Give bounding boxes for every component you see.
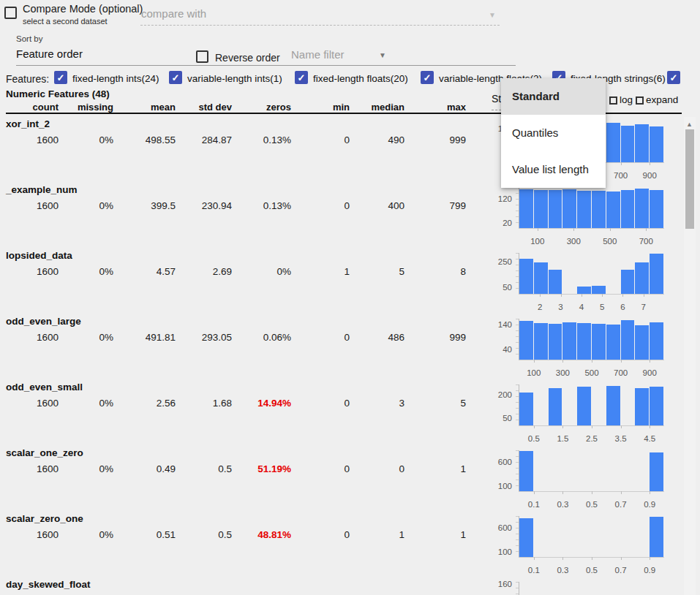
histogram-bar [650, 322, 663, 360]
histogram: 25050234567 [0, 247, 700, 313]
x-axis-tick [561, 294, 562, 297]
y-axis-minor-tick [516, 384, 519, 385]
section-title: Numeric Features (48) [6, 88, 110, 99]
checkbox-check-icon: ✓ [57, 73, 65, 83]
y-axis-minor-tick [516, 319, 519, 319]
y-axis-minor-tick [516, 222, 519, 223]
x-tick-label: 1.5 [557, 434, 568, 443]
name-filter-input[interactable]: Name filter [290, 45, 516, 66]
scrollbar[interactable]: ▲ [684, 117, 696, 595]
y-axis-minor-tick [516, 474, 519, 474]
x-axis-tick [540, 294, 541, 297]
feature-type-label: fixed-length floats(20) [313, 73, 408, 84]
y-axis-minor-tick [516, 325, 519, 325]
histogram-bar [519, 321, 533, 360]
x-axis-line [519, 228, 664, 229]
table-row: day_skewed_float160 [0, 576, 700, 595]
x-tick-label: 0.5 [586, 566, 598, 575]
y-axis-minor-tick [516, 270, 519, 271]
x-tick-label: 300 [567, 237, 581, 246]
column-header: mean [117, 102, 176, 113]
x-axis-tick [650, 360, 650, 363]
x-axis-tick [534, 491, 535, 494]
histogram-bar [577, 191, 591, 228]
scrollbar-thumb[interactable] [685, 129, 694, 229]
x-axis-tick [592, 491, 592, 494]
x-tick-label: 0.1 [528, 500, 540, 509]
y-tick-label: 250 [487, 257, 512, 266]
y-axis-minor-tick [516, 551, 519, 552]
expand-checkbox[interactable] [636, 96, 644, 105]
histogram-bar [650, 126, 663, 162]
histogram-bar [519, 518, 533, 557]
x-tick-label: 0.5 [586, 500, 598, 509]
x-axis-tick [534, 425, 535, 428]
y-axis-minor-tick [516, 282, 519, 283]
y-axis-minor-tick [516, 594, 519, 594]
histogram-bar [635, 325, 649, 360]
y-axis-minor-tick [516, 588, 519, 588]
histogram-bar [621, 126, 635, 162]
x-tick-label: 500 [584, 368, 598, 377]
y-tick-label: 100 [487, 482, 512, 490]
x-axis-tick [650, 162, 650, 165]
x-axis-tick [592, 557, 592, 560]
table-row: _example_num16000%399.5230.940.13%040079… [0, 181, 700, 247]
feature-type-checkbox[interactable]: ✓ [295, 71, 308, 84]
compare-with-select[interactable]: compare with ▼ [140, 6, 500, 26]
histogram-bar [621, 270, 635, 294]
scroll-up-icon[interactable]: ▲ [686, 121, 693, 128]
sort-by-label: Sort by [16, 34, 42, 43]
histogram-bar [635, 124, 649, 162]
reverse-order-checkbox[interactable] [196, 50, 208, 63]
histogram-bar [650, 387, 663, 425]
compare-mode-checkbox[interactable] [4, 7, 17, 19]
x-axis-tick [621, 425, 622, 428]
x-axis-tick [644, 294, 644, 297]
x-tick-label: 0.3 [557, 566, 568, 575]
y-tick-label: 20 [487, 219, 512, 227]
histogram-bar [635, 262, 649, 294]
table-row: lopsided_data16000%4.572.690%15825050234… [0, 247, 700, 313]
x-axis-tick [562, 425, 563, 428]
x-tick-label: 0.7 [615, 566, 627, 575]
histogram-bar [635, 388, 649, 425]
feature-type-label: fixed-length ints(24) [72, 73, 159, 84]
histogram-bar [606, 123, 620, 162]
histogram-bar [650, 190, 663, 228]
menu-item-quantiles[interactable]: Quantiles [501, 115, 606, 151]
histogram-bar [519, 259, 533, 294]
log-checkbox[interactable] [609, 96, 617, 105]
x-tick-label: 7 [641, 303, 646, 311]
menu-item-standard[interactable]: Standard [501, 78, 606, 115]
histogram-bar [549, 190, 562, 228]
y-tick-label: 600 [487, 458, 512, 466]
y-axis-minor-tick [516, 468, 519, 469]
x-tick-label: 700 [639, 237, 653, 246]
y-tick-label: 50 [487, 283, 512, 292]
x-tick-label: 0.1 [528, 566, 540, 575]
x-axis-tick [650, 491, 650, 494]
sort-by-value: Feature order [16, 48, 83, 60]
x-tick-label: 0.9 [644, 500, 655, 509]
x-axis-tick [650, 557, 650, 560]
checkbox-check-icon: ✓ [670, 73, 678, 83]
menu-item-value-list-length[interactable]: Value list length [501, 151, 606, 188]
y-tick-label: 140 [487, 320, 512, 329]
feature-type-checkbox[interactable]: ✓ [667, 71, 680, 84]
compare-mode-label: Compare Mode (optional) [23, 3, 143, 15]
x-tick-label: 4 [579, 303, 584, 311]
y-axis-minor-tick [516, 265, 519, 265]
compare-with-placeholder: compare with [141, 7, 206, 20]
x-tick-label: 3.5 [615, 434, 627, 443]
histogram-bar [519, 451, 533, 491]
x-tick-label: 3 [558, 303, 562, 311]
feature-type-checkbox[interactable]: ✓ [54, 71, 67, 84]
histogram-bar [549, 270, 562, 294]
column-header: missing [55, 102, 113, 113]
checkbox-check-icon: ✓ [298, 73, 306, 83]
feature-type-checkbox[interactable]: ✓ [169, 71, 182, 84]
x-axis-tick [582, 294, 582, 297]
feature-type-checkbox[interactable]: ✓ [421, 71, 434, 84]
histogram: 12020100300500700 [0, 181, 700, 247]
